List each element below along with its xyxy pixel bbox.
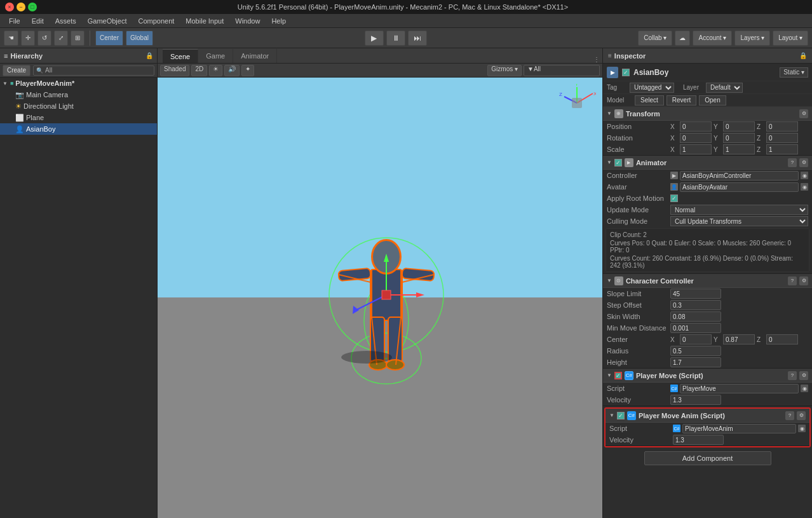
tag-select[interactable]: Untagged [630,83,674,93]
rotate-tool[interactable]: ↺ [37,31,51,46]
audio-toggle[interactable]: 🔊 [224,65,240,76]
hierarchy-create-btn[interactable]: Create [3,65,30,76]
maximize-button[interactable]: □ [28,3,37,11]
tab-game[interactable]: Game [198,49,233,63]
min-move-input[interactable] [670,323,721,333]
global-button[interactable]: Global [126,31,153,46]
layout-button[interactable]: Layout ▾ [773,31,808,46]
pos-x-label: X [670,123,678,130]
player-move-icon: C# [625,371,633,380]
center-y-input[interactable] [723,334,755,344]
account-button[interactable]: Account ▾ [693,31,732,46]
center-z-input[interactable] [766,334,798,344]
scale-tool[interactable]: ⤢ [54,31,68,46]
search-scene-btn[interactable]: ▼All [524,65,600,76]
2d-btn[interactable]: 2D [191,65,207,76]
cloud-button[interactable]: ☁ [675,31,690,46]
play-button[interactable]: ▶ [365,31,384,46]
add-component-button[interactable]: Add Component [644,451,771,465]
culling-select[interactable]: Cull Update Transforms [670,216,808,226]
radius-input[interactable] [670,346,721,356]
menu-help[interactable]: Help [266,16,291,26]
collab-button[interactable]: Collab ▾ [638,31,672,46]
menu-file[interactable]: File [4,16,25,26]
light-toggle[interactable]: ☀ [209,65,222,76]
animator-header[interactable]: ▼ ✓ ▶ Animator ? ⚙ [603,156,812,170]
minimize-button[interactable]: − [17,3,25,11]
pma-settings[interactable]: ⚙ [797,411,806,420]
open-button[interactable]: Open [699,95,726,106]
tab-scene[interactable]: Scene [163,49,198,63]
center-x-input[interactable] [680,334,712,344]
avatar-select-btn[interactable]: ◉ [801,183,808,191]
char-ctrl-header[interactable]: ▼ ⊙ Character Controller ? ⚙ [603,274,812,288]
player-move-header[interactable]: ▼ ✓ C# Player Move (Script) ? ⚙ [603,369,812,383]
effects-toggle[interactable]: ✦ [241,65,254,76]
menu-window[interactable]: Window [230,16,265,26]
rot-z-input[interactable] [766,133,798,143]
avatar-value: AsianBoyAvatar [680,182,799,192]
center-button[interactable]: Center [95,31,123,46]
scale-x-input[interactable] [680,144,712,154]
hierarchy-item-scene[interactable]: ▼ ■ PlayerMoveAnim* [0,78,157,89]
revert-button[interactable]: Revert [667,95,696,106]
scene-viewport[interactable]: X Y Z [158,78,602,518]
layer-select[interactable]: Default [706,83,743,93]
player-move-settings[interactable]: ⚙ [799,371,808,380]
height-input[interactable] [670,357,721,367]
pm-script-select[interactable]: ◉ [801,385,808,392]
step-input[interactable] [670,300,721,310]
lock-inspector-icon[interactable]: 🔒 [799,52,807,59]
pause-button[interactable]: ⏸ [386,31,405,46]
char-ctrl-help[interactable]: ? [788,276,797,285]
pma-script-select[interactable]: ◉ [798,425,806,432]
layers-button[interactable]: Layers ▾ [734,31,770,46]
player-move-anim-header[interactable]: ▼ ✓ C# Player Move Anim (Script) ? ⚙ [606,409,809,423]
step-button[interactable]: ⏭ [408,31,427,46]
rect-tool[interactable]: ⊞ [71,31,85,46]
menu-assets[interactable]: Assets [50,16,81,26]
select-button[interactable]: Select [635,95,664,106]
animator-checkbox[interactable]: ✓ [614,159,622,167]
object-active-checkbox[interactable]: ✓ [622,69,630,76]
update-mode-select[interactable]: Normal [670,205,808,215]
move-tool[interactable]: ✛ [21,31,35,46]
pma-help[interactable]: ? [785,411,794,420]
hierarchy-item-asianboy[interactable]: 👤 AsianBoy [0,123,157,135]
pma-velocity-input[interactable] [673,435,724,445]
char-ctrl-settings[interactable]: ⚙ [799,276,808,285]
hierarchy-item-plane[interactable]: ⬜ Plane [0,112,157,123]
controller-select-btn[interactable]: ◉ [801,172,808,179]
static-button[interactable]: Static ▾ [780,67,808,78]
animator-help-icon[interactable]: ? [788,158,797,167]
menu-mobile-input[interactable]: Mobile Input [180,16,229,26]
skin-input[interactable] [670,311,721,322]
player-move-checkbox[interactable]: ✓ [614,372,622,379]
close-button[interactable]: × [5,3,14,11]
hand-tool[interactable]: ☚ [4,31,18,46]
shaded-btn[interactable]: Shaded [160,65,189,76]
pma-checkbox[interactable]: ✓ [617,412,625,419]
tab-animator[interactable]: Animator [233,49,277,63]
pos-z-input[interactable] [766,121,798,132]
pos-y-input[interactable] [723,121,755,132]
transform-header[interactable]: ▼ ⊕ Transform ⚙ [603,107,812,121]
apply-root-checkbox[interactable]: ✓ [670,194,678,202]
rot-y-input[interactable] [723,133,755,143]
animator-settings-icon[interactable]: ⚙ [799,158,808,167]
scene-panel-menu[interactable]: ⋮ [591,56,602,63]
scale-z-input[interactable] [766,144,798,154]
hierarchy-item-main-camera[interactable]: 📷 Main Camera [0,89,157,100]
rot-x-input[interactable] [680,133,712,143]
slope-input[interactable] [670,289,721,299]
hierarchy-item-dir-light[interactable]: ☀ Directional Light [0,100,157,112]
pos-x-input[interactable] [680,121,712,132]
menu-gameobject[interactable]: GameObject [83,16,132,26]
transform-settings-icon[interactable]: ⚙ [799,109,808,118]
scale-y-input[interactable] [723,144,755,154]
gizmos-btn[interactable]: Gizmos ▾ [487,65,522,76]
menu-component[interactable]: Component [133,16,179,26]
pm-velocity-input[interactable] [670,395,721,405]
player-move-help[interactable]: ? [788,371,797,380]
menu-edit[interactable]: Edit [27,16,49,26]
